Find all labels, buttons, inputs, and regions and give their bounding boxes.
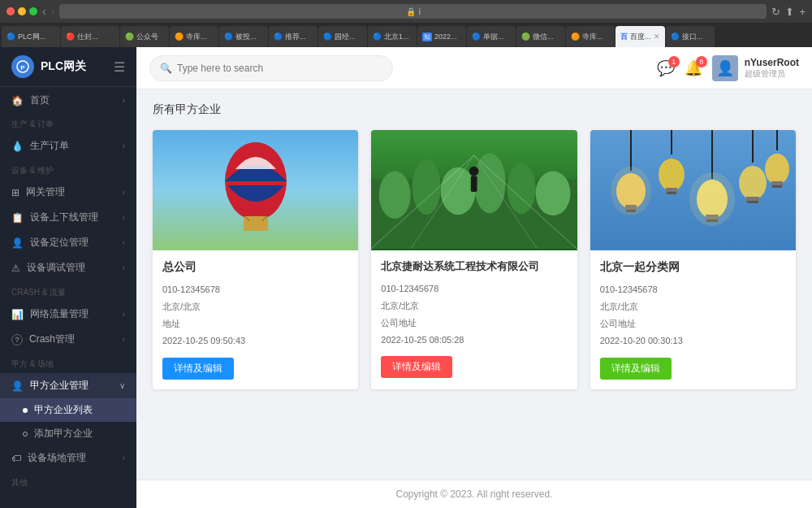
client-card-1: 总公司 010-12345678 北京/北京 地址 2022-10-25 09:…: [153, 130, 358, 389]
card-1-detail-button[interactable]: 详情及编辑: [162, 358, 234, 380]
svg-text:P: P: [20, 64, 25, 72]
svg-point-7: [379, 172, 411, 219]
crash-label: Crash管理: [29, 332, 75, 346]
tab-close-icon[interactable]: ✕: [654, 33, 660, 41]
card-1-city: 北京/北京: [162, 298, 348, 315]
sidebar-item-client-mgmt[interactable]: 👤 甲方企业管理 ∨: [0, 373, 136, 398]
sidebar-item-production[interactable]: 💧 生产订单 ›: [0, 133, 136, 158]
tab-bt[interactable]: 🔵 被投...: [219, 26, 268, 47]
user-text: nYuserRoot 超级管理员: [745, 57, 799, 80]
section-client-label: 甲方 & 场地: [0, 355, 136, 373]
flow-label: 网络流量管理: [30, 307, 89, 321]
tab-tj[interactable]: 🔵 推荐...: [269, 26, 317, 47]
card-3-body: 北京一起分类网 010-12345678 北京/北京 公司地址 2022-10-…: [590, 250, 796, 389]
add-client-label: 添加甲方企业: [34, 427, 93, 441]
svg-point-27: [659, 158, 685, 191]
section-device: 设备 & 维护 ⊞ 网关管理 ‹ 📋 设备上下线管理 ‹ 👤 设备定位管理 ‹ …: [0, 160, 136, 282]
footer: Copyright © 2023. All right reserved.: [136, 480, 812, 508]
tab-bj1[interactable]: 🔵 北京1...: [368, 26, 417, 47]
maximize-dot[interactable]: [29, 7, 37, 15]
sidebar-sub-item-add-client[interactable]: 添加甲方企业: [0, 422, 136, 445]
location-mgmt-icon: 🏷: [11, 453, 21, 464]
sidebar-item-location-mgmt[interactable]: 🏷 设备场地管理 ‹: [0, 445, 136, 471]
device-location-icon: 👤: [11, 237, 24, 249]
tab-label: 寺库...: [582, 32, 603, 42]
user-info[interactable]: 👤 nYuserRoot 超级管理员: [712, 55, 799, 81]
sidebar-logo-area: P PLC网关 ☰: [0, 47, 136, 87]
share-button[interactable]: ⬆: [785, 6, 794, 18]
card-2-body: 北京捷耐达系统工程技术有限公司 010-12345678 北京/北京 公司地址 …: [371, 250, 577, 388]
chat-notification-btn[interactable]: 💬 1: [657, 59, 675, 77]
tab-baidu[interactable]: 百 百度... ✕: [615, 26, 665, 47]
svg-point-33: [739, 166, 767, 200]
tab-wx[interactable]: 🟢 微信...: [516, 26, 565, 47]
svg-point-9: [441, 167, 476, 215]
back-button[interactable]: ‹: [42, 5, 46, 18]
menu-toggle-icon[interactable]: ☰: [114, 59, 125, 75]
greenhouse-svg: [371, 130, 577, 250]
sidebar-item-crash[interactable]: ? Crash管理 ‹: [0, 327, 136, 352]
tab-favicon: 🟠: [571, 33, 580, 41]
sidebar-item-gateway[interactable]: ⊞ 网关管理 ‹: [0, 180, 136, 205]
search-input[interactable]: [177, 63, 382, 74]
sidebar-item-device-debug[interactable]: ⚠ 设备调试管理 ‹: [0, 255, 136, 280]
production-arrow-icon: ›: [123, 141, 125, 150]
tab-shif[interactable]: 🔴 仕封...: [61, 26, 119, 47]
tab-label: 微信...: [533, 32, 554, 42]
tab-yj[interactable]: 🔵 园经...: [318, 26, 367, 47]
tab-label: 被投...: [235, 32, 257, 42]
tab-gzh[interactable]: 🟢 公众号: [120, 26, 169, 47]
tab-favicon: 🔵: [274, 33, 283, 41]
tab-label: 单据...: [483, 32, 504, 42]
close-dot[interactable]: [6, 7, 15, 15]
svg-point-8: [412, 159, 441, 215]
sidebar-item-flow[interactable]: 📊 网络流量管理 ‹: [0, 302, 136, 327]
add-client-dot: [23, 432, 28, 436]
section-other-label: 其他: [0, 474, 136, 492]
tab-siku[interactable]: 🟠 寺库...: [170, 26, 218, 47]
user-role: 超级管理员: [745, 68, 799, 80]
user-name: nYuserRoot: [745, 57, 799, 68]
sidebar-item-home[interactable]: 🏠 首页 ›: [0, 87, 136, 114]
device-debug-arrow-icon: ‹: [123, 263, 125, 272]
address-icon: 🔒: [406, 7, 416, 16]
tab-label: 2022...: [434, 33, 457, 41]
tab-jk[interactable]: 🔵 接口...: [666, 26, 715, 47]
section-client: 甲方 & 场地 👤 甲方企业管理 ∨ 甲方企业列表 添加甲方企业 🏷 设备场地管…: [0, 354, 136, 472]
footer-text: Copyright © 2023. All right reserved.: [396, 488, 553, 500]
bell-notification-btn[interactable]: 🔔 8: [685, 59, 702, 77]
reload-button[interactable]: ↻: [771, 6, 780, 18]
svg-rect-14: [471, 176, 477, 191]
sidebar-item-device-location[interactable]: 👤 设备定位管理 ‹: [0, 230, 136, 255]
card-3-phone: 010-12345678: [600, 281, 786, 298]
home-arrow-icon: ›: [123, 96, 125, 105]
sidebar-item-device-upload[interactable]: 📋 设备上下线管理 ‹: [0, 205, 136, 230]
client-mgmt-arrow-icon: ∨: [119, 381, 125, 390]
card-3-detail-button[interactable]: 详情及编辑: [600, 358, 672, 380]
minimize-dot[interactable]: [18, 7, 26, 15]
tab-favicon: 🟠: [175, 33, 184, 41]
svg-point-40: [689, 172, 735, 226]
address-bar[interactable]: 🔒 i: [59, 4, 767, 19]
tab-plc[interactable]: 🔵 PLC网...: [2, 26, 60, 47]
svg-rect-35: [747, 201, 758, 203]
section-device-label: 设备 & 维护: [0, 162, 136, 180]
svg-point-36: [765, 154, 789, 185]
tab-2022[interactable]: 知 2022...: [417, 26, 466, 47]
search-box[interactable]: 🔍: [149, 55, 393, 81]
new-tab-button[interactable]: +: [799, 6, 806, 18]
tab-dj[interactable]: 🔵 单据...: [467, 26, 516, 47]
tab-label: 园经...: [335, 32, 356, 42]
tab-label: 推荐...: [285, 32, 306, 42]
bulbs-svg: [590, 130, 796, 250]
card-3-date: 2022-10-20 00:30:13: [600, 332, 786, 350]
device-upload-label: 设备上下线管理: [30, 211, 98, 224]
user-avatar: 👤: [712, 55, 738, 81]
forward-button[interactable]: ›: [51, 5, 55, 18]
card-2-detail-button[interactable]: 详情及编辑: [381, 356, 452, 378]
tab-favicon: 🔵: [224, 33, 233, 41]
sidebar-sub-item-client-list[interactable]: 甲方企业列表: [0, 398, 136, 422]
tab-sk2[interactable]: 🟠 寺库...: [566, 26, 615, 47]
tab-favicon: 🔵: [671, 33, 680, 41]
tab-favicon: 🔴: [66, 33, 75, 41]
